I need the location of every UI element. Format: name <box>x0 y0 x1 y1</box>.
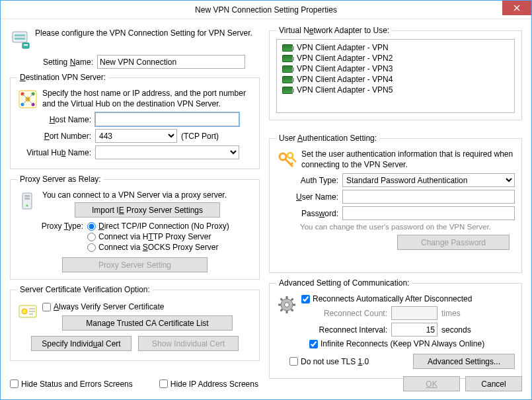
adapter-item[interactable]: VPN Client Adapter - VPN4 <box>278 74 513 85</box>
vpn-server-icon <box>10 28 31 50</box>
titlebar: New VPN Connection Setting Properties <box>1 1 531 19</box>
adapters-listbox[interactable]: VPN Client Adapter - VPNVPN Client Adapt… <box>276 39 515 113</box>
adapter-label: VPN Client Adapter - VPN2 <box>297 54 393 63</box>
password-input[interactable] <box>342 206 515 220</box>
port-number-select[interactable]: 443 <box>95 129 177 143</box>
port-number-label: Port Number: <box>17 132 91 141</box>
hub-icon <box>17 89 38 110</box>
manage-trusted-ca-button[interactable]: Manage Trusted CA Certificate List <box>62 315 233 331</box>
svg-rect-13 <box>24 198 30 200</box>
import-ie-proxy-button[interactable]: Import IE Proxy Server Settings <box>75 202 220 218</box>
network-card-icon <box>282 65 293 73</box>
auth-legend: User Authentication Setting: <box>276 134 379 143</box>
adapter-label: VPN Client Adapter - VPN4 <box>297 75 393 84</box>
always-verify-checkbox[interactable]: Always Verify Server Certificate <box>42 302 252 311</box>
password-note: You can change the user's password on th… <box>276 223 515 231</box>
infinite-reconnects-checkbox[interactable]: Infinite Reconnects (Keep VPN Always Onl… <box>309 339 515 348</box>
advanced-settings-button[interactable]: Advanced Settings... <box>413 354 515 369</box>
proxy-desc: You can connect to a VPN Server via a pr… <box>42 190 252 200</box>
virtual-hub-label: Virtual Hub Name: <box>17 148 91 157</box>
reconnect-interval-input[interactable] <box>391 323 437 337</box>
hide-ip-checkbox[interactable]: Hide IP Address Screens <box>159 380 258 389</box>
network-card-icon <box>282 76 293 83</box>
proxy-type-direct[interactable]: Direct TCP/IP Connection (No Proxy) <box>87 221 229 231</box>
network-card-icon <box>282 44 293 52</box>
gear-icon <box>276 294 297 315</box>
cert-legend: Server Certificate Verification Option: <box>17 285 153 294</box>
keys-icon <box>276 149 297 171</box>
auth-desc: Set the user authentication information … <box>301 149 515 170</box>
auth-type-select[interactable]: Standard Password Authentication <box>342 173 515 187</box>
destination-group: Destination VPN Server: Specify the host… <box>10 73 260 169</box>
advanced-group: Advanced Setting of Communication: Recon… <box>269 278 522 379</box>
adapter-item[interactable]: VPN Client Adapter - VPN3 <box>278 63 513 74</box>
destination-legend: Destination VPN Server: <box>17 73 108 82</box>
setting-name-label: Setting Name: <box>10 58 93 67</box>
reconnect-interval-label: Reconnect Interval: <box>309 325 387 335</box>
virtual-hub-select[interactable] <box>95 145 239 159</box>
svg-point-20 <box>285 303 289 307</box>
network-card-icon <box>282 55 293 62</box>
cert-group: Server Certificate Verification Option: … <box>10 285 260 361</box>
destination-desc: Specify the host name or IP address, and… <box>42 89 252 109</box>
setting-name-input[interactable] <box>97 55 245 69</box>
user-name-input[interactable] <box>342 190 515 204</box>
window-title: New VPN Connection Setting Properties <box>195 5 337 15</box>
proxy-group: Proxy Server as Relay: You can connect t… <box>10 175 260 280</box>
close-icon <box>513 5 520 11</box>
ok-button: OK <box>403 376 460 391</box>
port-suffix: (TCP Port) <box>181 132 219 141</box>
adapter-item[interactable]: VPN Client Adapter - VPN2 <box>278 53 513 63</box>
show-individual-cert-button: Show Individual Cert <box>138 336 239 351</box>
close-button[interactable] <box>502 1 531 15</box>
svg-rect-0 <box>13 32 27 42</box>
svg-rect-1 <box>15 34 25 36</box>
svg-rect-12 <box>24 195 30 197</box>
user-name-label: User Name: <box>276 192 338 202</box>
network-card-icon <box>282 87 293 94</box>
no-tls10-checkbox[interactable]: Do not use TLS 1.0 <box>289 357 369 366</box>
adapters-group: Virtual Network Adapter to Use: VPN Clie… <box>269 26 522 120</box>
proxy-type-socks[interactable]: Connect via SOCKS Proxy Server <box>87 243 229 252</box>
svg-point-14 <box>26 205 28 207</box>
specify-individual-cert-button[interactable]: Specify Individual Cert <box>31 336 132 351</box>
hide-status-checkbox[interactable]: Hide Status and Errors Screens <box>10 380 133 389</box>
adapter-label: VPN Client Adapter - VPN5 <box>297 85 393 95</box>
password-label: Password: <box>276 209 338 218</box>
advanced-legend: Advanced Setting of Communication: <box>276 278 412 288</box>
dialog-window: New VPN Connection Setting Properties Pl… <box>0 0 532 400</box>
certificate-icon <box>17 301 38 322</box>
adapter-label: VPN Client Adapter - VPN3 <box>297 64 393 73</box>
proxy-server-setting-button: Proxy Server Setting <box>62 257 208 272</box>
adapter-item[interactable]: VPN Client Adapter - VPN <box>278 42 513 53</box>
proxy-type-http[interactable]: Connect via HTTP Proxy Server <box>87 232 229 241</box>
svg-rect-4 <box>24 44 28 46</box>
reconnect-interval-suffix: seconds <box>441 325 471 335</box>
host-name-label: Host Name: <box>17 115 91 124</box>
reconnect-count-label: Reconnect Count: <box>309 309 387 318</box>
change-password-button: Change Password <box>397 235 510 250</box>
proxy-type-label: Proxy Type: <box>17 220 83 231</box>
proxy-legend: Proxy Server as Relay: <box>17 175 104 184</box>
adapter-item[interactable]: VPN Client Adapter - VPN5 <box>278 85 513 95</box>
auth-type-label: Auth Type: <box>276 176 338 185</box>
svg-point-16 <box>22 309 27 314</box>
adapter-label: VPN Client Adapter - VPN <box>297 43 389 52</box>
intro-text: Please configure the VPN Connection Sett… <box>35 28 252 39</box>
reconnect-count-suffix: times <box>441 309 461 318</box>
reconnect-count-input <box>391 306 437 320</box>
reconnect-auto-checkbox[interactable]: Reconnects Automatically After Disconnec… <box>301 294 515 303</box>
svg-rect-2 <box>15 38 25 40</box>
cancel-button[interactable]: Cancel <box>465 376 522 391</box>
proxy-server-icon <box>17 190 38 212</box>
adapters-legend: Virtual Network Adapter to Use: <box>276 26 392 35</box>
host-name-input[interactable] <box>95 112 239 126</box>
auth-group: User Authentication Setting: Set the use… <box>269 134 522 273</box>
